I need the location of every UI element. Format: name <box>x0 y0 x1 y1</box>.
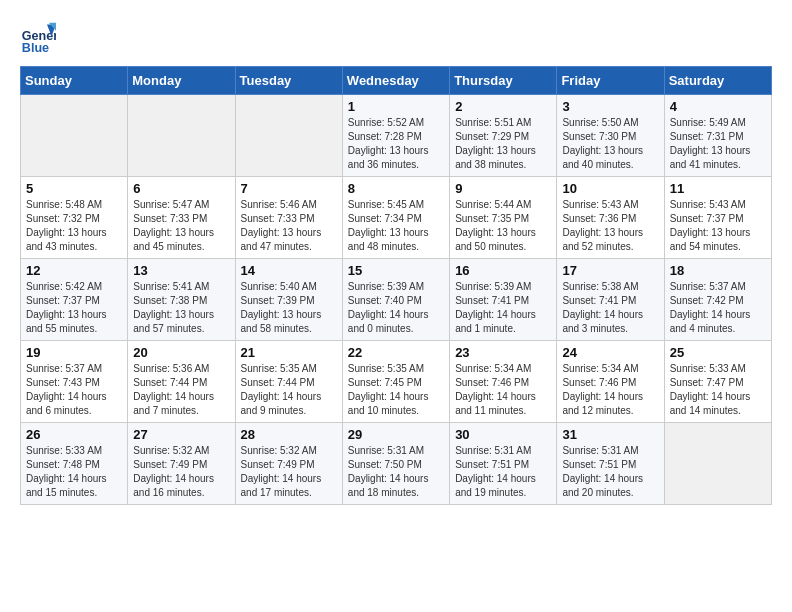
day-info: Sunrise: 5:42 AM Sunset: 7:37 PM Dayligh… <box>26 280 122 336</box>
day-number: 19 <box>26 345 122 360</box>
day-info: Sunrise: 5:43 AM Sunset: 7:37 PM Dayligh… <box>670 198 766 254</box>
day-info: Sunrise: 5:34 AM Sunset: 7:46 PM Dayligh… <box>455 362 551 418</box>
day-number: 7 <box>241 181 337 196</box>
day-number: 2 <box>455 99 551 114</box>
day-header-monday: Monday <box>128 67 235 95</box>
day-number: 26 <box>26 427 122 442</box>
day-number: 22 <box>348 345 444 360</box>
day-number: 16 <box>455 263 551 278</box>
day-number: 8 <box>348 181 444 196</box>
calendar-week-2: 5Sunrise: 5:48 AM Sunset: 7:32 PM Daylig… <box>21 177 772 259</box>
day-number: 4 <box>670 99 766 114</box>
day-number: 10 <box>562 181 658 196</box>
day-number: 29 <box>348 427 444 442</box>
calendar-cell: 13Sunrise: 5:41 AM Sunset: 7:38 PM Dayli… <box>128 259 235 341</box>
logo: General Blue <box>20 20 60 56</box>
day-header-thursday: Thursday <box>450 67 557 95</box>
calendar-cell: 30Sunrise: 5:31 AM Sunset: 7:51 PM Dayli… <box>450 423 557 505</box>
calendar-cell: 23Sunrise: 5:34 AM Sunset: 7:46 PM Dayli… <box>450 341 557 423</box>
day-header-friday: Friday <box>557 67 664 95</box>
day-header-tuesday: Tuesday <box>235 67 342 95</box>
svg-text:Blue: Blue <box>22 41 49 55</box>
day-info: Sunrise: 5:44 AM Sunset: 7:35 PM Dayligh… <box>455 198 551 254</box>
day-info: Sunrise: 5:52 AM Sunset: 7:28 PM Dayligh… <box>348 116 444 172</box>
day-number: 28 <box>241 427 337 442</box>
calendar-cell: 20Sunrise: 5:36 AM Sunset: 7:44 PM Dayli… <box>128 341 235 423</box>
day-number: 13 <box>133 263 229 278</box>
day-info: Sunrise: 5:48 AM Sunset: 7:32 PM Dayligh… <box>26 198 122 254</box>
day-number: 9 <box>455 181 551 196</box>
day-number: 6 <box>133 181 229 196</box>
calendar-cell: 26Sunrise: 5:33 AM Sunset: 7:48 PM Dayli… <box>21 423 128 505</box>
day-number: 15 <box>348 263 444 278</box>
day-info: Sunrise: 5:31 AM Sunset: 7:51 PM Dayligh… <box>455 444 551 500</box>
day-info: Sunrise: 5:32 AM Sunset: 7:49 PM Dayligh… <box>133 444 229 500</box>
calendar-cell: 7Sunrise: 5:46 AM Sunset: 7:33 PM Daylig… <box>235 177 342 259</box>
calendar-cell: 3Sunrise: 5:50 AM Sunset: 7:30 PM Daylig… <box>557 95 664 177</box>
calendar-cell: 15Sunrise: 5:39 AM Sunset: 7:40 PM Dayli… <box>342 259 449 341</box>
calendar-cell: 5Sunrise: 5:48 AM Sunset: 7:32 PM Daylig… <box>21 177 128 259</box>
day-number: 17 <box>562 263 658 278</box>
calendar-cell <box>128 95 235 177</box>
calendar-cell <box>664 423 771 505</box>
day-number: 14 <box>241 263 337 278</box>
calendar-cell: 31Sunrise: 5:31 AM Sunset: 7:51 PM Dayli… <box>557 423 664 505</box>
calendar-cell: 8Sunrise: 5:45 AM Sunset: 7:34 PM Daylig… <box>342 177 449 259</box>
day-info: Sunrise: 5:40 AM Sunset: 7:39 PM Dayligh… <box>241 280 337 336</box>
day-info: Sunrise: 5:47 AM Sunset: 7:33 PM Dayligh… <box>133 198 229 254</box>
day-info: Sunrise: 5:33 AM Sunset: 7:48 PM Dayligh… <box>26 444 122 500</box>
day-info: Sunrise: 5:41 AM Sunset: 7:38 PM Dayligh… <box>133 280 229 336</box>
calendar-cell: 6Sunrise: 5:47 AM Sunset: 7:33 PM Daylig… <box>128 177 235 259</box>
day-number: 21 <box>241 345 337 360</box>
day-number: 5 <box>26 181 122 196</box>
day-number: 1 <box>348 99 444 114</box>
day-header-wednesday: Wednesday <box>342 67 449 95</box>
day-number: 20 <box>133 345 229 360</box>
day-info: Sunrise: 5:43 AM Sunset: 7:36 PM Dayligh… <box>562 198 658 254</box>
calendar-cell <box>235 95 342 177</box>
day-number: 25 <box>670 345 766 360</box>
logo-icon: General Blue <box>20 20 56 56</box>
calendar-cell: 18Sunrise: 5:37 AM Sunset: 7:42 PM Dayli… <box>664 259 771 341</box>
day-info: Sunrise: 5:50 AM Sunset: 7:30 PM Dayligh… <box>562 116 658 172</box>
calendar-week-1: 1Sunrise: 5:52 AM Sunset: 7:28 PM Daylig… <box>21 95 772 177</box>
day-number: 24 <box>562 345 658 360</box>
day-number: 12 <box>26 263 122 278</box>
calendar-cell: 1Sunrise: 5:52 AM Sunset: 7:28 PM Daylig… <box>342 95 449 177</box>
day-info: Sunrise: 5:35 AM Sunset: 7:45 PM Dayligh… <box>348 362 444 418</box>
day-info: Sunrise: 5:31 AM Sunset: 7:50 PM Dayligh… <box>348 444 444 500</box>
day-info: Sunrise: 5:33 AM Sunset: 7:47 PM Dayligh… <box>670 362 766 418</box>
calendar-cell: 22Sunrise: 5:35 AM Sunset: 7:45 PM Dayli… <box>342 341 449 423</box>
calendar-cell: 19Sunrise: 5:37 AM Sunset: 7:43 PM Dayli… <box>21 341 128 423</box>
day-number: 31 <box>562 427 658 442</box>
day-header-sunday: Sunday <box>21 67 128 95</box>
calendar-cell <box>21 95 128 177</box>
calendar-cell: 27Sunrise: 5:32 AM Sunset: 7:49 PM Dayli… <box>128 423 235 505</box>
day-number: 18 <box>670 263 766 278</box>
calendar-cell: 12Sunrise: 5:42 AM Sunset: 7:37 PM Dayli… <box>21 259 128 341</box>
page-header: General Blue <box>20 20 772 56</box>
calendar-cell: 4Sunrise: 5:49 AM Sunset: 7:31 PM Daylig… <box>664 95 771 177</box>
day-number: 11 <box>670 181 766 196</box>
calendar-cell: 17Sunrise: 5:38 AM Sunset: 7:41 PM Dayli… <box>557 259 664 341</box>
calendar-cell: 16Sunrise: 5:39 AM Sunset: 7:41 PM Dayli… <box>450 259 557 341</box>
day-info: Sunrise: 5:51 AM Sunset: 7:29 PM Dayligh… <box>455 116 551 172</box>
day-info: Sunrise: 5:31 AM Sunset: 7:51 PM Dayligh… <box>562 444 658 500</box>
day-number: 30 <box>455 427 551 442</box>
calendar-cell: 10Sunrise: 5:43 AM Sunset: 7:36 PM Dayli… <box>557 177 664 259</box>
calendar-header-row: SundayMondayTuesdayWednesdayThursdayFrid… <box>21 67 772 95</box>
day-info: Sunrise: 5:38 AM Sunset: 7:41 PM Dayligh… <box>562 280 658 336</box>
day-info: Sunrise: 5:39 AM Sunset: 7:41 PM Dayligh… <box>455 280 551 336</box>
day-info: Sunrise: 5:39 AM Sunset: 7:40 PM Dayligh… <box>348 280 444 336</box>
calendar-cell: 28Sunrise: 5:32 AM Sunset: 7:49 PM Dayli… <box>235 423 342 505</box>
calendar-week-4: 19Sunrise: 5:37 AM Sunset: 7:43 PM Dayli… <box>21 341 772 423</box>
day-number: 27 <box>133 427 229 442</box>
calendar-week-3: 12Sunrise: 5:42 AM Sunset: 7:37 PM Dayli… <box>21 259 772 341</box>
calendar-cell: 25Sunrise: 5:33 AM Sunset: 7:47 PM Dayli… <box>664 341 771 423</box>
day-info: Sunrise: 5:36 AM Sunset: 7:44 PM Dayligh… <box>133 362 229 418</box>
calendar-cell: 29Sunrise: 5:31 AM Sunset: 7:50 PM Dayli… <box>342 423 449 505</box>
calendar-cell: 11Sunrise: 5:43 AM Sunset: 7:37 PM Dayli… <box>664 177 771 259</box>
calendar-cell: 21Sunrise: 5:35 AM Sunset: 7:44 PM Dayli… <box>235 341 342 423</box>
day-info: Sunrise: 5:46 AM Sunset: 7:33 PM Dayligh… <box>241 198 337 254</box>
calendar-cell: 9Sunrise: 5:44 AM Sunset: 7:35 PM Daylig… <box>450 177 557 259</box>
